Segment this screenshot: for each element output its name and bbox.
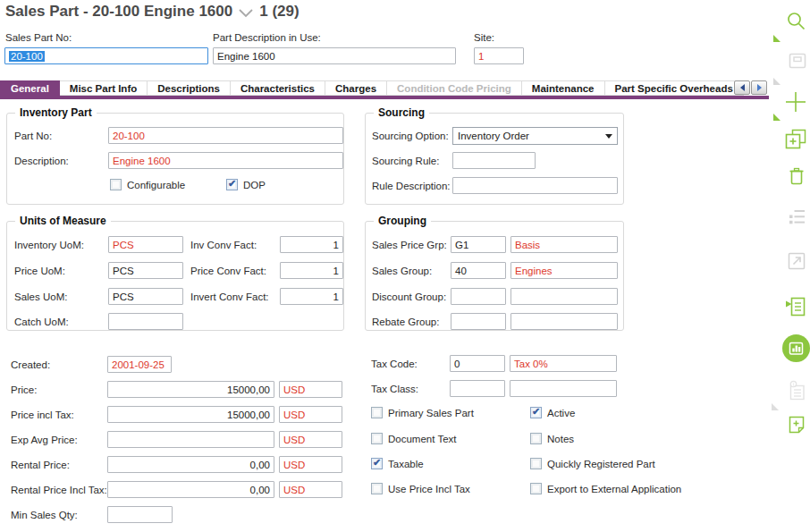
sales-group-code-input[interactable]: 40 bbox=[451, 262, 506, 279]
inventory-uom-label: Inventory UoM: bbox=[14, 240, 84, 250]
inventory-uom-input[interactable]: PCS bbox=[108, 236, 183, 253]
active-label: Active bbox=[547, 408, 575, 418]
sales-group-desc-input[interactable]: Engines bbox=[510, 262, 618, 279]
inventory-part-group-title: Inventory Part bbox=[15, 106, 97, 119]
search-icon[interactable] bbox=[785, 11, 806, 32]
dop-checkbox[interactable]: DOP bbox=[226, 179, 266, 190]
invert-conv-fact-label: Invert Conv Fact: bbox=[190, 291, 269, 302]
price-currency-input[interactable]: USD bbox=[279, 381, 342, 398]
price-conv-fact-input[interactable]: 1 bbox=[280, 262, 343, 279]
export-to-external-application-box[interactable] bbox=[530, 483, 542, 494]
tab-condition-code-pricing: Condition Code Pricing bbox=[387, 80, 522, 96]
tab-part-specific-overheads[interactable]: Part Specific Overheads bbox=[605, 80, 744, 96]
sales-uom-label: Sales UoM: bbox=[14, 291, 67, 302]
primary-sales-part-checkbox[interactable]: Primary Sales Part bbox=[371, 407, 474, 418]
detach-corner-icon[interactable] bbox=[772, 113, 781, 122]
sales-part-no-input[interactable]: 20-100 bbox=[4, 47, 208, 64]
rental-price-incl-tax-input[interactable]: 0,00 bbox=[107, 481, 274, 498]
grouping-group: Grouping Sales Price Grp: G1 Basis Sales… bbox=[365, 221, 624, 331]
use-price-incl-tax-box[interactable] bbox=[371, 483, 383, 494]
part-description-input[interactable]: Engine 1600 bbox=[213, 47, 456, 64]
rental-price-currency-input[interactable]: USD bbox=[279, 456, 342, 473]
tab-scroll-right-button[interactable] bbox=[751, 80, 767, 95]
part-no-input[interactable]: 20-100 bbox=[108, 127, 343, 144]
invert-conv-fact-input[interactable]: 1 bbox=[280, 288, 343, 305]
charts-icon[interactable] bbox=[782, 334, 810, 362]
document-text-checkbox[interactable]: Document Text bbox=[371, 433, 457, 444]
description-input[interactable]: Engine 1600 bbox=[108, 152, 343, 169]
sales-uom-input[interactable]: PCS bbox=[108, 288, 183, 305]
configurable-checkbox[interactable]: Configurable bbox=[110, 179, 185, 190]
chevron-down-icon[interactable] bbox=[239, 9, 253, 18]
tab-charges[interactable]: Charges bbox=[325, 80, 387, 96]
tax-code-desc-input[interactable]: Tax 0% bbox=[510, 355, 617, 372]
tab-descriptions[interactable]: Descriptions bbox=[148, 80, 231, 96]
add-icon[interactable] bbox=[785, 91, 806, 113]
tax-code-input[interactable]: 0 bbox=[450, 355, 505, 372]
sourcing-option-select[interactable]: Inventory Order bbox=[452, 127, 618, 145]
tab-maintenance[interactable]: Maintenance bbox=[522, 80, 605, 96]
save-icon bbox=[787, 50, 808, 72]
quickly-registered-part-checkbox[interactable]: Quickly Registered Part bbox=[530, 458, 655, 469]
copy-record-icon[interactable] bbox=[784, 128, 807, 151]
sales-price-grp-code-input[interactable]: G1 bbox=[451, 236, 506, 253]
invert-conv-fact-value: 1 bbox=[333, 291, 339, 302]
units-of-measure-group-title: Units of Measure bbox=[15, 215, 111, 227]
rebate-group-code-input[interactable] bbox=[451, 313, 506, 330]
discount-group-desc-input[interactable] bbox=[510, 288, 618, 305]
sourcing-rule-input[interactable] bbox=[452, 152, 536, 169]
export-to-external-application-checkbox[interactable]: Export to External Application bbox=[530, 483, 681, 494]
inventory-uom-value: PCS bbox=[113, 240, 134, 250]
created-input[interactable]: 2001-09-25 bbox=[107, 356, 172, 373]
rule-description-input[interactable] bbox=[452, 177, 618, 194]
quickly-registered-part-box[interactable] bbox=[530, 458, 542, 469]
dop-label: DOP bbox=[243, 180, 266, 190]
price-incl-tax-input[interactable]: 15000,00 bbox=[107, 406, 274, 423]
catch-uom-input[interactable] bbox=[108, 313, 183, 330]
rental-price-incl-tax-currency-input[interactable]: USD bbox=[279, 481, 342, 498]
sourcing-group: Sourcing Sourcing Option: Inventory Orde… bbox=[365, 113, 624, 205]
sales-price-grp-desc-input[interactable]: Basis bbox=[510, 236, 618, 253]
exp-avg-price-input[interactable] bbox=[107, 431, 274, 448]
primary-sales-part-box[interactable] bbox=[371, 407, 383, 418]
tab-misc-part-info[interactable]: Misc Part Info bbox=[60, 80, 148, 96]
taxable-checkbox[interactable]: Taxable bbox=[371, 458, 424, 469]
configurable-checkbox-box[interactable] bbox=[110, 179, 122, 190]
discount-group-code-input[interactable] bbox=[451, 288, 506, 305]
active-box[interactable] bbox=[530, 407, 542, 418]
new-document-icon[interactable] bbox=[786, 414, 807, 435]
inv-conv-fact-value: 1 bbox=[333, 240, 339, 250]
document-references-icon[interactable] bbox=[785, 296, 806, 317]
document-text-box[interactable] bbox=[371, 433, 383, 444]
tax-class-input[interactable] bbox=[450, 380, 505, 397]
taxable-box[interactable] bbox=[371, 458, 383, 469]
tab-scroll-left-button[interactable] bbox=[734, 80, 750, 95]
dop-checkbox-box[interactable] bbox=[226, 179, 238, 190]
tab-characteristics[interactable]: Characteristics bbox=[231, 80, 325, 96]
rebate-group-desc-input[interactable] bbox=[510, 313, 618, 330]
catch-uom-label: Catch UoM: bbox=[14, 317, 69, 327]
sales-group-code: 40 bbox=[455, 266, 467, 276]
exp-avg-price-currency-input[interactable]: USD bbox=[279, 431, 342, 448]
notes-box[interactable] bbox=[530, 433, 542, 444]
price-uom-input[interactable]: PCS bbox=[108, 262, 183, 279]
tab-general[interactable]: General bbox=[0, 80, 60, 96]
rental-price-input[interactable]: 0,00 bbox=[107, 456, 274, 473]
use-price-incl-tax-checkbox[interactable]: Use Price Incl Tax bbox=[371, 483, 470, 494]
detach-corner-icon[interactable] bbox=[772, 34, 781, 43]
notes-checkbox[interactable]: Notes bbox=[530, 433, 574, 444]
grouping-group-title: Grouping bbox=[374, 215, 431, 227]
price-currency: USD bbox=[283, 384, 305, 395]
delete-icon[interactable] bbox=[786, 165, 807, 187]
active-checkbox[interactable]: Active bbox=[530, 407, 575, 418]
site-input[interactable]: 1 bbox=[474, 47, 524, 64]
inv-conv-fact-input[interactable]: 1 bbox=[280, 236, 343, 253]
tax-class-label: Tax Class: bbox=[371, 384, 418, 394]
min-sales-qty-input[interactable] bbox=[107, 506, 173, 523]
price-incl-tax-label: Price incl Tax: bbox=[11, 410, 74, 420]
tax-class-desc-input[interactable] bbox=[510, 380, 617, 397]
description-value: Engine 1600 bbox=[113, 156, 171, 166]
price-input[interactable]: 15000,00 bbox=[107, 381, 274, 398]
tax-code-value: 0 bbox=[454, 359, 460, 369]
price-incl-tax-currency-input[interactable]: USD bbox=[279, 406, 342, 423]
